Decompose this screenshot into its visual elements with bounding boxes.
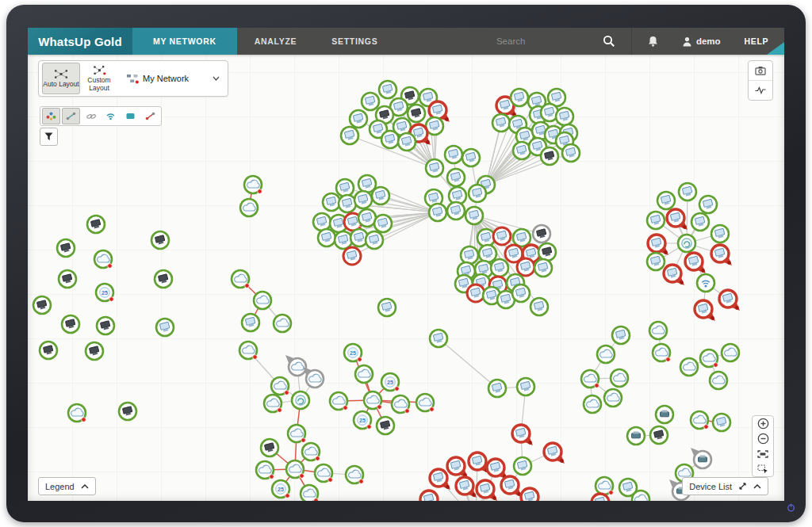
custom-layout-button[interactable]: Custom Layout: [80, 63, 118, 94]
device-node[interactable]: [513, 229, 530, 246]
select-mode-button[interactable]: [753, 461, 773, 476]
device-node[interactable]: [151, 231, 169, 249]
device-node[interactable]: [653, 344, 670, 361]
device-groups-toggle[interactable]: [42, 108, 60, 124]
device-node[interactable]: [541, 147, 558, 165]
tab-settings[interactable]: SETTINGS: [314, 28, 395, 55]
device-node[interactable]: [679, 183, 696, 200]
device-node[interactable]: [87, 216, 105, 233]
search-input[interactable]: [495, 36, 592, 47]
tab-my-network[interactable]: MY NETWORK: [132, 28, 237, 55]
device-node[interactable]: [649, 322, 667, 339]
device-node[interactable]: [592, 494, 612, 501]
device-node[interactable]: [232, 270, 249, 288]
device-node[interactable]: [240, 199, 258, 216]
device-node[interactable]: [512, 285, 530, 302]
help-link[interactable]: HELP: [745, 36, 768, 46]
device-node[interactable]: [511, 89, 528, 106]
expand-icon[interactable]: [738, 482, 747, 491]
device-node[interactable]: [456, 477, 477, 498]
device-node[interactable]: [722, 344, 739, 361]
device-node[interactable]: [467, 285, 485, 302]
auto-layout-button[interactable]: Auto Layout: [42, 63, 80, 94]
device-node[interactable]: [271, 377, 289, 395]
device-node[interactable]: [420, 491, 441, 501]
device-node[interactable]: [57, 239, 75, 257]
chevron-up-icon[interactable]: [753, 484, 761, 489]
device-node[interactable]: [285, 355, 306, 376]
device-node[interactable]: [487, 459, 508, 479]
device-node[interactable]: [581, 370, 599, 388]
device-node[interactable]: [521, 488, 542, 501]
device-node[interactable]: [447, 457, 468, 478]
device-node[interactable]: [261, 439, 278, 456]
device-node[interactable]: [301, 485, 318, 501]
device-node[interactable]: [447, 202, 465, 220]
device-node[interactable]: [392, 395, 409, 413]
device-node[interactable]: [303, 367, 324, 388]
device-node[interactable]: [488, 380, 506, 397]
device-node[interactable]: [700, 349, 718, 367]
search-icon[interactable]: [603, 35, 615, 48]
device-node[interactable]: [59, 270, 76, 288]
device-node[interactable]: 25: [272, 480, 289, 498]
filter-button[interactable]: [40, 128, 58, 146]
device-node[interactable]: [611, 369, 628, 387]
export-map-button[interactable]: [749, 61, 772, 80]
wireless-toggle[interactable]: [102, 108, 120, 124]
device-node[interactable]: [711, 225, 729, 242]
device-node[interactable]: [288, 425, 305, 442]
device-node[interactable]: [647, 212, 665, 229]
device-node[interactable]: [355, 365, 373, 383]
device-node[interactable]: [699, 196, 717, 213]
down-links-toggle[interactable]: [141, 108, 159, 124]
device-node[interactable]: [710, 372, 727, 389]
device-node[interactable]: [343, 247, 361, 265]
device-node[interactable]: [335, 231, 352, 249]
device-node[interactable]: [530, 298, 548, 315]
device-node[interactable]: [597, 346, 615, 363]
device-node[interactable]: [517, 378, 534, 395]
device-node[interactable]: [685, 253, 706, 273]
device-node[interactable]: [274, 315, 291, 332]
device-node[interactable]: [302, 443, 320, 460]
device-node[interactable]: [286, 460, 304, 478]
device-node[interactable]: [667, 209, 688, 230]
device-node[interactable]: [465, 207, 483, 224]
network-map-canvas[interactable]: 2525252525: [28, 28, 784, 501]
device-node[interactable]: [514, 457, 531, 475]
device-node[interactable]: [691, 448, 711, 468]
device-node[interactable]: [691, 213, 709, 231]
device-node[interactable]: [447, 169, 465, 186]
device-node[interactable]: [713, 414, 730, 431]
device-node[interactable]: [697, 274, 714, 292]
device-node[interactable]: [612, 327, 630, 344]
device-node[interactable]: [381, 131, 399, 148]
device-node[interactable]: [379, 81, 396, 98]
device-node[interactable]: [477, 480, 497, 501]
device-node[interactable]: [469, 185, 486, 202]
app-logo[interactable]: WhatsUp Gold: [28, 28, 132, 55]
device-node[interactable]: [242, 314, 259, 331]
map-selector[interactable]: My Network: [126, 74, 220, 84]
tab-analyze[interactable]: ANALYZE: [237, 28, 315, 55]
dependencies-toggle[interactable]: [82, 108, 100, 124]
fit-to-screen-button[interactable]: [753, 446, 773, 461]
device-node[interactable]: [695, 300, 715, 321]
device-node[interactable]: [501, 476, 522, 497]
device-node[interactable]: [33, 296, 51, 314]
device-node[interactable]: [62, 315, 79, 333]
device-node[interactable]: [492, 114, 510, 132]
traffic-view-button[interactable]: [749, 80, 772, 100]
zoom-in-button[interactable]: [753, 416, 773, 431]
device-node[interactable]: [462, 149, 480, 166]
device-node[interactable]: [315, 464, 332, 482]
device-node[interactable]: [366, 231, 383, 249]
device-node[interactable]: [398, 133, 416, 151]
device-node[interactable]: 25: [344, 344, 362, 361]
device-node[interactable]: [341, 127, 358, 144]
device-node[interactable]: [239, 342, 257, 359]
device-node[interactable]: [374, 215, 392, 232]
device-node[interactable]: [264, 395, 282, 412]
device-node[interactable]: 25: [354, 411, 371, 429]
